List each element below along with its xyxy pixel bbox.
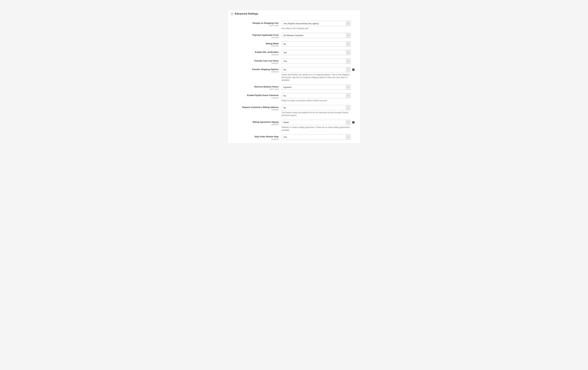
- chevron-down-icon: [346, 59, 350, 64]
- field-scope: [website]: [231, 71, 279, 73]
- field-payment-applicable-from: Payment Applicable From [website] All Al…: [231, 33, 357, 38]
- select-value: Yes: [282, 135, 346, 139]
- field-label-col: Debug Mode [website]: [231, 41, 282, 47]
- select-value: Yes (PayPal recommends this option): [282, 21, 346, 26]
- chevron-down-icon: [346, 50, 350, 55]
- transfer-shipping-select[interactable]: No: [282, 67, 350, 72]
- chevron-down-icon: [346, 85, 350, 90]
- skip-review-select[interactable]: Yes: [282, 134, 350, 140]
- field-transfer-shipping-options: Transfer Shipping Options [website] No N…: [231, 67, 357, 82]
- field-control-col: Yes (PayPal recommends this option) Also…: [282, 21, 350, 30]
- field-note: Ability for buyer to purchase without Pa…: [282, 99, 350, 102]
- field-control-col: No This feature needs be enabled first f…: [282, 105, 350, 117]
- field-label-col: Enable PayPal Guest Checkout [website]: [231, 93, 282, 99]
- field-note: Whether to create a billing agreement, i…: [282, 126, 350, 132]
- field-control-col: No Ability for buyer to purchase without…: [282, 93, 350, 102]
- field-control-col: Yes: [282, 59, 350, 64]
- chevron-down-icon: [346, 120, 350, 125]
- field-control-col: No: [282, 41, 350, 47]
- display-on-cart-select[interactable]: Yes (PayPal recommends this option): [282, 21, 350, 26]
- panel-title: Advanced Settings: [235, 12, 258, 15]
- field-display-on-shopping-cart: Display on Shopping Cart [store view] Ye…: [231, 21, 357, 30]
- field-label-col: Transfer Cart Line Items [website]: [231, 59, 282, 64]
- billing-agreement-select[interactable]: Never: [282, 120, 350, 125]
- field-skip-order-review-step: Skip Order Review Step [website] Yes: [231, 134, 357, 140]
- select-value: No: [282, 67, 346, 72]
- field-enable-ssl-verification: Enable SSL verification [website] Yes: [231, 50, 357, 55]
- field-scope: [website]: [231, 123, 279, 125]
- field-label-col: Display on Shopping Cart [store view]: [231, 21, 282, 26]
- field-label-col: Payment Applicable From [website]: [231, 33, 282, 38]
- transfer-cart-items-select[interactable]: Yes: [282, 59, 350, 64]
- field-scope: [store view]: [231, 88, 279, 90]
- field-control-col: All Allowed Countries: [282, 33, 350, 38]
- field-label: Payment Applicable From: [231, 34, 279, 36]
- field-control-col: Dynamic: [282, 85, 350, 90]
- field-control-col: Yes: [282, 134, 350, 140]
- field-label: Shortcut Buttons Flavor: [231, 85, 279, 88]
- field-label-col: Shortcut Buttons Flavor [store view]: [231, 85, 282, 90]
- field-note: Notice that PayPal can handle up to 10 s…: [282, 73, 350, 82]
- field-shortcut-buttons-flavor: Shortcut Buttons Flavor [store view] Dyn…: [231, 85, 357, 90]
- chevron-down-icon: [346, 21, 350, 26]
- field-label: Debug Mode: [231, 42, 279, 45]
- collapse-icon: [231, 12, 233, 15]
- field-note: Also affects mini-shopping cart.: [282, 27, 350, 30]
- select-value: No: [282, 93, 346, 98]
- field-require-billing-address: Require Customer's Billing Address [webs…: [231, 105, 357, 117]
- field-label-col: Enable SSL verification [website]: [231, 50, 282, 55]
- field-scope: [website]: [231, 109, 279, 111]
- field-scope: [website]: [231, 138, 279, 140]
- field-label: Transfer Shipping Options: [231, 68, 279, 71]
- chevron-down-icon: [346, 67, 350, 72]
- help-icon[interactable]: ?: [352, 121, 355, 124]
- select-value: No: [282, 105, 346, 110]
- select-value: Yes: [282, 59, 346, 64]
- field-label: Enable SSL verification: [231, 51, 279, 53]
- advanced-settings-panel: Advanced Settings Display on Shopping Ca…: [228, 10, 360, 144]
- select-value: Never: [282, 120, 346, 125]
- field-scope: [website]: [231, 36, 279, 38]
- field-label: Skip Order Review Step: [231, 135, 279, 138]
- field-label-col: Skip Order Review Step [website]: [231, 134, 282, 140]
- field-label-col: Billing Agreement Signup [website]: [231, 120, 282, 125]
- billing-address-select[interactable]: No: [282, 105, 350, 110]
- chevron-down-icon: [346, 105, 350, 110]
- field-note: This feature needs be enabled first for …: [282, 111, 350, 117]
- field-scope: [website]: [231, 45, 279, 47]
- select-value: Yes: [282, 50, 346, 55]
- field-scope: [website]: [231, 97, 279, 99]
- field-label: Transfer Cart Line Items: [231, 60, 279, 62]
- field-control-col: No Notice that PayPal can handle up to 1…: [282, 67, 350, 82]
- field-label: Display on Shopping Cart: [231, 22, 279, 24]
- field-enable-paypal-guest-checkout: Enable PayPal Guest Checkout [website] N…: [231, 93, 357, 102]
- chevron-down-icon: [346, 93, 350, 98]
- field-scope: [store view]: [231, 24, 279, 26]
- field-control-col: Yes: [282, 50, 350, 55]
- select-value: All Allowed Countries: [282, 33, 346, 38]
- shortcut-flavor-select[interactable]: Dynamic: [282, 85, 350, 90]
- field-scope: [website]: [231, 54, 279, 56]
- payment-applicable-select[interactable]: All Allowed Countries: [282, 33, 350, 38]
- field-label: Billing Agreement Signup: [231, 121, 279, 123]
- field-tooltip-col: ?: [350, 120, 355, 124]
- field-transfer-cart-line-items: Transfer Cart Line Items [website] Yes: [231, 59, 357, 64]
- panel-header[interactable]: Advanced Settings: [231, 12, 357, 15]
- chevron-down-icon: [346, 135, 350, 139]
- field-scope: [website]: [231, 62, 279, 64]
- chevron-down-icon: [346, 33, 350, 38]
- ssl-verification-select[interactable]: Yes: [282, 50, 350, 55]
- guest-checkout-select[interactable]: No: [282, 93, 350, 98]
- help-icon[interactable]: ?: [352, 68, 355, 71]
- select-value: No: [282, 42, 346, 46]
- field-label-col: Require Customer's Billing Address [webs…: [231, 105, 282, 111]
- field-control-col: Never Whether to create a billing agreem…: [282, 120, 350, 132]
- chevron-down-icon: [346, 42, 350, 46]
- debug-mode-select[interactable]: No: [282, 41, 350, 47]
- field-label-col: Transfer Shipping Options [website]: [231, 67, 282, 73]
- select-value: Dynamic: [282, 85, 346, 90]
- field-label: Require Customer's Billing Address: [231, 106, 279, 109]
- field-label: Enable PayPal Guest Checkout: [231, 94, 279, 97]
- field-tooltip-col: ?: [350, 67, 355, 71]
- field-billing-agreement-signup: Billing Agreement Signup [website] Never…: [231, 120, 357, 132]
